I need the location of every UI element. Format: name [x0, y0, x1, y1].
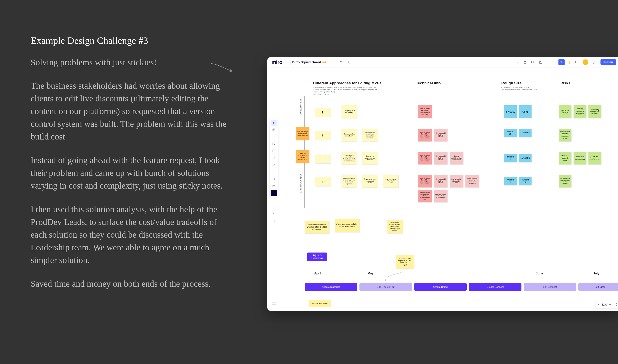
heading-approaches: Different Approaches for Editing MVPs	[313, 81, 382, 85]
present-button[interactable]: Presen	[601, 59, 616, 65]
sticky-q4[interactable]: the size of this depends on Dan, Adam, W…	[396, 255, 414, 269]
sticky-blue-1a[interactable]: 3 weeks	[504, 105, 517, 118]
sticky-r4-a[interactable]: Edited info stored & once approved then …	[342, 175, 357, 187]
sticky-q1[interactable]: Do we need to know when an offer is edit…	[305, 221, 329, 234]
undo-icon[interactable]: ↶	[270, 210, 277, 217]
row-2[interactable]: 2.	[315, 131, 331, 140]
sticky-pink-4[interactable]: User needs to be notified changes have b…	[418, 152, 432, 165]
sticky-r1-a[interactable]: Changes go live immediately	[342, 105, 357, 118]
miro-logo[interactable]: miro	[271, 59, 283, 65]
sticky-pink-8[interactable]: Use Asana API (built for Create)	[434, 175, 448, 187]
bell-icon[interactable]	[591, 60, 597, 65]
sticky-r2-a[interactable]: Changes go live immediately	[342, 129, 357, 142]
text-tool[interactable]: T	[270, 134, 277, 140]
cursor-tool-icon[interactable]	[558, 59, 565, 65]
bar-create-connect[interactable]: Create Connect	[469, 283, 521, 291]
sticky-blue-4b[interactable]: 4 weeks BE	[519, 177, 531, 185]
sticky-pink-1[interactable]: User needs to be notified changes have b…	[418, 105, 432, 118]
row-4[interactable]: 4.	[315, 177, 331, 186]
tag-equals[interactable]: EQUALS Onboarding	[307, 253, 327, 261]
export-icon[interactable]	[338, 60, 344, 65]
sticky-pink-11[interactable]: Partner to receive notification that off…	[418, 190, 432, 202]
redo-icon[interactable]: ↷	[270, 218, 277, 224]
add-frame-icon[interactable]	[530, 60, 535, 65]
sticky-pink-9[interactable]: Service built to store edited offers	[450, 175, 463, 187]
search-icon[interactable]	[346, 60, 351, 65]
arrow-icon: →	[359, 134, 361, 136]
sticky-r4-c[interactable]: Review is in CMS	[383, 175, 399, 187]
sticky-blue-2a[interactable]: 3 weeks JS	[504, 129, 517, 137]
sticky-blue-2b[interactable]: 1 week BE	[519, 129, 531, 137]
user-avatar[interactable]	[582, 59, 588, 65]
sticky-green-2a[interactable]: Review w/o Edit mitigates revenue loss &…	[559, 129, 571, 142]
sticky-green-3c[interactable]: Lower rep damage bc offer is not vis on …	[588, 152, 601, 165]
comment-tool[interactable]	[270, 169, 277, 175]
sticky-pink-7[interactable]: User needs to be notified changes have b…	[418, 175, 432, 187]
chevron-down-icon[interactable]: ⌄	[546, 60, 551, 65]
sticky-tool[interactable]	[270, 141, 277, 147]
sticky-green-4a[interactable]: End users will be frustrated when reject…	[559, 175, 571, 187]
sticky-pink-6[interactable]: Change visibility of offer when edited	[450, 152, 463, 165]
sticky-r2-b[interactable]: Ops notified via Asana that a change has…	[362, 129, 378, 142]
sticky-blue-3b[interactable]: 1 week BE	[519, 154, 531, 162]
arrow-icon: →	[359, 156, 361, 159]
bar-edit-connect[interactable]: Edit Connect	[524, 283, 576, 291]
bar-create-discount[interactable]: Create Discount	[305, 283, 357, 291]
separator	[555, 60, 555, 65]
svg-rect-5	[273, 129, 274, 130]
sticky-r3-a[interactable]: When edited remove from Marketplace (wai…	[342, 152, 357, 165]
bar-create-brand[interactable]: Create Brand	[414, 283, 467, 291]
sticky-pink-3[interactable]: Use Asana API (built for Create)	[434, 129, 448, 142]
sticky-q2[interactable]: If Yes, that's not included in the work …	[335, 219, 360, 232]
pointer-arrow	[210, 61, 236, 75]
sticky-green-1a[interactable]: reputational damage	[559, 105, 571, 118]
case-title: Example Design Challenge #3	[31, 35, 228, 46]
svg-rect-9	[273, 150, 275, 152]
sticky-pink-2[interactable]: User needs to be notified changes have b…	[418, 129, 432, 142]
size-note-2: This estimate have been confirmed with D…	[501, 89, 541, 91]
menu-icon[interactable]: ☰	[331, 60, 337, 65]
svg-rect-2	[531, 61, 534, 63]
sticky-blue-3a[interactable]: 3 weeks JS	[504, 154, 517, 162]
shape-tool[interactable]	[270, 148, 277, 154]
more-tools[interactable]: +	[270, 190, 277, 196]
notes-icon[interactable]	[538, 60, 543, 65]
reactions-icon[interactable]: ✨	[566, 60, 572, 65]
comment-icon[interactable]	[574, 60, 579, 65]
upload-tool[interactable]	[270, 183, 277, 189]
board-title[interactable]: Ditto Squad Board 👐	[292, 60, 326, 64]
sticky-pink-10[interactable]: Review page built in CMS for ops/mrs to …	[465, 175, 479, 187]
chevron-right-icon[interactable]: ›	[515, 60, 520, 65]
frame-tool[interactable]	[270, 176, 277, 182]
sticky-r4-b[interactable]: The original offer persists until review	[362, 175, 378, 187]
timer-icon[interactable]	[522, 60, 528, 65]
case-para-3: I then used this solution analysis, with…	[31, 203, 228, 267]
sticky-green-1c[interactable]: Not knowing changes that are made	[588, 105, 601, 118]
miro-canvas[interactable]: Different Approaches for Editing MVPs ⚠ …	[280, 67, 618, 311]
sticky-q3[interactable]: something to monitor: how long before sa…	[387, 220, 403, 233]
frames-icon[interactable]	[272, 302, 276, 307]
sticky-blue-4a[interactable]: 7 weeks JS	[504, 177, 517, 185]
sticky-blue-1b[interactable]: All JS	[519, 105, 531, 118]
sticky-pink-5[interactable]: Use Asana API (built for Create)	[434, 152, 448, 165]
pen-tool[interactable]	[270, 162, 277, 168]
bar-edit-discount[interactable]: Edit Discount #2	[360, 283, 412, 291]
row-3[interactable]: 3.	[315, 155, 331, 163]
connector-tool[interactable]	[270, 155, 277, 161]
sticky-green-3a[interactable]: Revenue loss risk high	[559, 152, 571, 165]
sticky-orange-2[interactable]: Dan & Will don't want to take off market…	[296, 150, 309, 163]
topbar-right-group-2: ✨ Presen	[557, 59, 617, 65]
sticky-q5[interactable]: outcome from friday:	[309, 300, 331, 307]
sticky-green-3b[interactable]: Review length increases time offer is no…	[574, 152, 586, 165]
size-note-1: Assumption: 1 JS eng and 1 BE eng	[501, 86, 541, 89]
template-tool[interactable]	[270, 127, 277, 133]
select-tool[interactable]	[270, 120, 277, 126]
sticky-pink-12[interactable]: Rejection needs to be handled by Support…	[434, 190, 448, 202]
link-edit-journey[interactable]: Edit journey example	[313, 93, 329, 95]
sticky-green-1b[interactable]: lost affiliate revenue if % is decreased…	[574, 105, 586, 118]
case-para-1: The business stakeholders had worries ab…	[31, 79, 228, 143]
bar-edit-discount-2[interactable]: Edit Disco	[578, 283, 618, 291]
sticky-orange-1[interactable]: Will: we can go live with Self Serve wit…	[296, 127, 309, 140]
sticky-r3-b[interactable]: Ops have to review and turn back on	[362, 152, 378, 165]
row-1[interactable]: 1.	[315, 108, 331, 117]
